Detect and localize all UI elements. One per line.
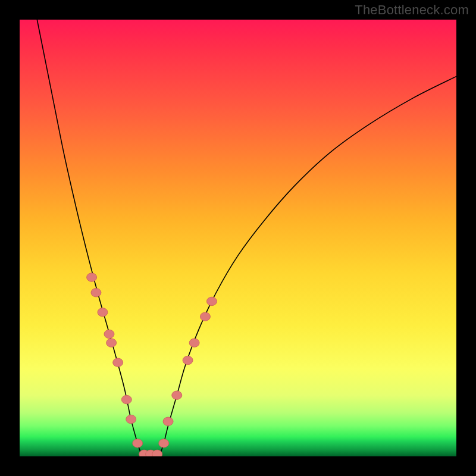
watermark-text: TheBottleneck.com bbox=[355, 2, 469, 18]
sample-dot bbox=[113, 358, 123, 367]
sample-dot bbox=[121, 395, 131, 403]
sample-dot bbox=[152, 450, 162, 456]
sample-dots-group bbox=[87, 273, 217, 456]
sample-dot bbox=[163, 417, 173, 425]
sample-dot bbox=[206, 297, 217, 305]
sample-dot bbox=[189, 339, 199, 347]
sample-dot bbox=[159, 439, 169, 447]
sample-dot bbox=[107, 339, 117, 347]
sample-dot bbox=[172, 391, 182, 399]
sample-dot bbox=[98, 308, 108, 317]
sample-dot bbox=[183, 356, 193, 364]
plot-area bbox=[20, 20, 456, 456]
sample-dot bbox=[126, 415, 136, 423]
sample-dot bbox=[87, 273, 97, 281]
sample-dot bbox=[133, 439, 143, 447]
sample-dot bbox=[91, 289, 101, 297]
curve-right-branch bbox=[159, 76, 456, 456]
sample-dot bbox=[200, 312, 210, 321]
chart-svg bbox=[20, 20, 456, 456]
chart-frame: TheBottleneck.com bbox=[0, 0, 476, 476]
curve-left-branch bbox=[37, 20, 142, 456]
sample-dot bbox=[104, 330, 114, 338]
